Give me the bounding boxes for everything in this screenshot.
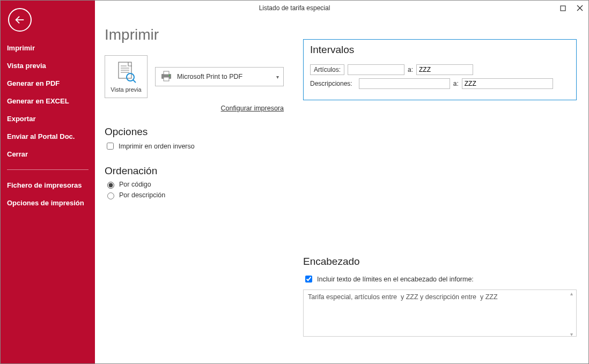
header-heading: Encabezado — [303, 256, 577, 268]
textarea-scrollbar[interactable]: ▴ ▾ — [567, 291, 576, 337]
nav-cerrar[interactable]: Cerrar — [1, 145, 95, 163]
articles-range-row: Artículos: a: — [310, 64, 570, 75]
document-icon — [116, 61, 136, 85]
header-text-wrap: ▴ ▾ — [303, 289, 577, 338]
descriptions-from-input[interactable] — [359, 78, 450, 89]
printer-name: Microsoft Print to PDF — [177, 73, 242, 80]
header-text-area[interactable] — [303, 289, 577, 337]
descriptions-range-row: Descripciones: a: — [310, 78, 570, 89]
nav-generar-excel[interactable]: Generar en EXCEL — [1, 92, 95, 110]
articles-to-label: a: — [408, 66, 413, 73]
nav-separator — [7, 169, 89, 170]
maximize-button[interactable] — [554, 2, 571, 14]
svg-rect-0 — [561, 6, 565, 11]
nav-opciones-impresion[interactable]: Opciones de impresión — [1, 194, 95, 212]
options-heading: Opciones — [105, 126, 298, 138]
intervals-box: Intervalos Artículos: a: Descripciones: … — [303, 39, 577, 100]
descriptions-to-label: a: — [453, 80, 459, 87]
reverse-order-label: Imprimir en orden inverso — [119, 143, 195, 150]
titlebar: Listado de tarifa especial — [1, 1, 588, 16]
window-frame: Listado de tarifa especial Imprimir Vist… — [0, 0, 589, 364]
articles-from-input[interactable] — [348, 64, 404, 75]
nav-enviar-portal[interactable]: Enviar al Portal Doc. — [1, 128, 95, 145]
configure-printer-link[interactable]: Configurar impresora — [105, 105, 284, 112]
close-button[interactable] — [571, 2, 588, 14]
sort-by-code-label: Por código — [119, 181, 151, 188]
content-area: Imprimir — [95, 1, 588, 363]
scroll-up-icon: ▴ — [570, 291, 573, 296]
scroll-down-icon: ▾ — [570, 331, 573, 337]
nav-imprimir[interactable]: Imprimir — [1, 39, 95, 57]
intervals-heading: Intervalos — [310, 44, 570, 56]
nav-generar-pdf[interactable]: Generar en PDF — [1, 75, 95, 92]
articles-label: Artículos: — [310, 64, 344, 75]
nav-fichero-impresoras[interactable]: Fichero de impresoras — [1, 176, 95, 194]
descriptions-to-input[interactable] — [462, 78, 553, 89]
left-column: Imprimir — [105, 16, 298, 363]
articles-to-input[interactable] — [416, 64, 473, 75]
sort-by-desc-row[interactable]: Por descripción — [105, 191, 298, 199]
reverse-order-checkbox[interactable] — [107, 143, 114, 150]
sidebar: Imprimir Vista previa Generar en PDF Gen… — [1, 1, 95, 363]
svg-rect-13 — [164, 77, 169, 81]
sort-by-code-row[interactable]: Por código — [105, 180, 298, 189]
svg-rect-12 — [164, 71, 169, 75]
reverse-order-checkbox-row[interactable]: Imprimir en orden inverso — [105, 141, 298, 151]
svg-line-10 — [133, 80, 136, 83]
sort-by-desc-radio[interactable] — [107, 192, 114, 199]
include-limits-row[interactable]: Incluir texto de límites en el encabezad… — [303, 274, 577, 284]
window-title: Listado de tarifa especial — [259, 4, 330, 12]
preview-button[interactable]: Vista previa — [105, 55, 148, 98]
toolbar-row: Vista previa Microsoft Print to PD — [105, 55, 298, 98]
nav-vista-previa[interactable]: Vista previa — [1, 57, 95, 75]
include-limits-label: Incluir texto de límites en el encabezad… — [317, 276, 474, 283]
window-buttons — [554, 1, 588, 16]
header-section: Encabezado Incluir texto de límites en e… — [303, 256, 577, 338]
sorting-heading: Ordenación — [105, 165, 298, 177]
svg-point-14 — [169, 75, 171, 76]
descriptions-label: Descripciones: — [310, 79, 356, 88]
include-limits-checkbox[interactable] — [305, 276, 312, 283]
sort-by-desc-label: Por descripción — [119, 191, 165, 199]
preview-label: Vista previa — [111, 86, 141, 93]
printer-icon — [160, 70, 173, 84]
page-title: Imprimir — [105, 26, 298, 43]
chevron-down-icon: ▾ — [276, 74, 279, 80]
nav-exportar[interactable]: Exportar — [1, 110, 95, 128]
sort-by-code-radio[interactable] — [107, 182, 114, 189]
right-column: Intervalos Artículos: a: Descripciones: … — [298, 16, 577, 363]
printer-dropdown[interactable]: Microsoft Print to PDF ▾ — [155, 67, 284, 86]
